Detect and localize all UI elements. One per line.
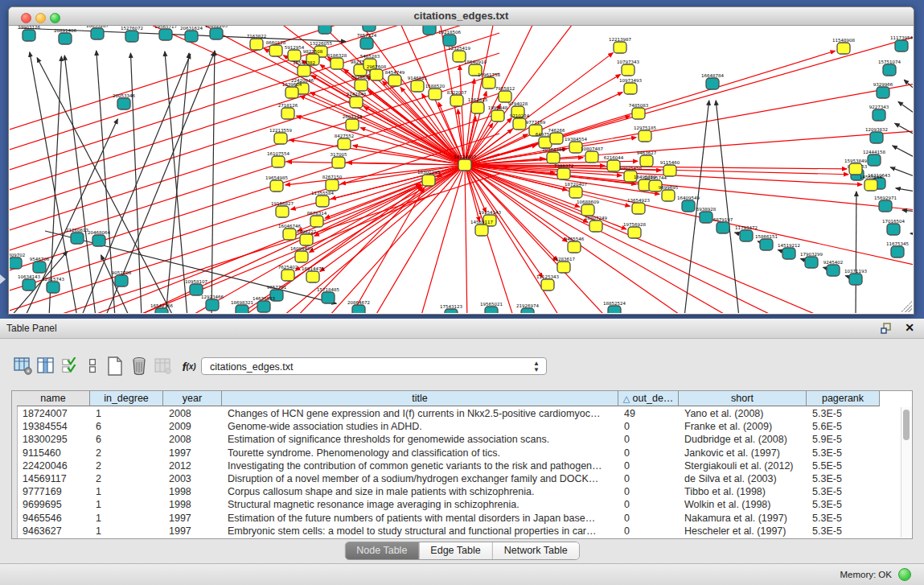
graph-node[interactable]: 10958107 [185,279,207,296]
table-cell[interactable]: Estimation of significance thresholds fo… [222,433,618,446]
tab-node-table[interactable]: Node Table [345,542,419,559]
graph-node[interactable]: 17016504 [882,219,905,236]
table-select-dropdown[interactable]: citations_edges.txt ▲▼ [201,357,547,375]
graph-node[interactable]: 15751074 [878,60,901,76]
memory-status-indicator[interactable] [898,568,911,581]
graph-node[interactable]: 14569117 [470,220,493,237]
graph-node[interactable]: 23903126 [18,26,40,41]
table-cell[interactable]: 9699695 [17,498,90,511]
table-cell[interactable]: 2 [90,447,163,459]
table-cell[interactable]: 5.6E-5 [807,420,880,433]
graph-node[interactable]: 15692971 [874,196,897,212]
table-cell[interactable]: 2009 [163,420,222,433]
graph-node[interactable]: 15276072 [121,26,143,42]
column-header-in_degree[interactable]: in_degree [90,391,163,406]
graph-node[interactable]: 2603144 [343,114,363,131]
show-columns-icon[interactable] [35,356,56,377]
column-header-pagerank[interactable]: pagerank [807,391,880,406]
graph-node[interactable]: 18698321 [231,300,253,314]
table-cell[interactable]: Disruption of a novel member of a sodium… [222,472,618,485]
function-builder-icon[interactable]: f(x) [179,356,199,377]
table-cell[interactable]: Yano et al. (2008) [679,407,807,420]
graph-node[interactable]: 19756928 [623,222,646,239]
table-cell[interactable]: Tibbo et al. (1998) [679,485,807,498]
table-cell[interactable]: 0 [618,498,679,511]
table-cell[interactable]: 49 [618,407,679,420]
table-cell[interactable]: 5.3E-5 [807,498,880,511]
table-cell[interactable]: 5.3E-5 [807,407,880,420]
table-cell[interactable]: 0 [618,433,679,446]
graph-node[interactable]: 8186328 [327,53,347,70]
table-cell[interactable]: 9115460 [17,447,90,459]
column-header-title[interactable]: title [222,391,618,406]
graph-node[interactable]: 9329966 [873,82,893,99]
network-window-titlebar[interactable]: citations_edges.txt [9,7,914,26]
table-cell[interactable]: Dudbridge et al. (2008) [679,433,807,446]
graph-node[interactable]: 20053346 [113,93,135,110]
graph-node[interactable]: 8427552 [335,134,355,150]
table-cell[interactable]: Jankovic et al. (1997) [679,447,807,459]
scrollbar-thumb[interactable] [903,410,910,440]
table-cell[interactable]: 0 [618,525,679,538]
float-panel-icon[interactable] [881,323,892,334]
graph-node[interactable]: 11548908 [832,38,855,55]
graph-node[interactable]: 16107554 [267,151,290,168]
tab-network-table[interactable]: Network Table [493,542,579,559]
table-cell[interactable]: Corpus callosum shape and size in male p… [222,485,618,498]
table-cell[interactable]: 9463627 [17,525,90,538]
table-cell[interactable]: 14569117 [17,472,90,485]
graph-node[interactable]: 18562674 [358,26,380,31]
table-cell[interactable]: 1997 [163,512,222,525]
table-cell[interactable]: 0 [618,459,679,472]
graph-node[interactable]: 19218506 [438,30,461,47]
table-cell[interactable]: Wolkin et al. (1998) [679,498,807,511]
row-options-icon[interactable] [82,356,103,377]
graph-node[interactable]: 10634143 [18,274,40,291]
graph-node[interactable]: 8498222 [297,229,317,246]
table-cell[interactable]: 2 [90,459,163,472]
graph-node[interactable]: 15718485 [317,287,339,304]
table-cell[interactable]: 5.3E-5 [807,447,880,459]
table-cell[interactable]: 2008 [163,407,222,420]
table-row[interactable]: 1830029562008Estimation of significance … [17,433,901,446]
table-cell[interactable]: de Silva et al. (2003) [679,472,807,485]
table-row[interactable]: 977716911998Corpus callosum shape and si… [17,485,901,498]
table-cell[interactable]: Franke et al. (2009) [679,420,807,433]
graph-node[interactable]: 317005 [331,152,347,169]
tab-edge-table[interactable]: Edge Table [419,542,492,559]
graph-node[interactable]: 16648784 [701,73,724,90]
table-cell[interactable]: 1998 [163,498,222,511]
new-table-icon[interactable] [105,356,125,377]
table-cell[interactable]: 1998 [163,485,222,498]
graph-node[interactable]: 8660128 [266,40,286,57]
graph-node[interactable]: 16914479 [302,266,324,283]
table-cell[interactable]: 0 [618,485,679,498]
graph-node[interactable]: 2718126 [278,103,298,120]
vertical-scrollbar[interactable] [901,407,911,538]
table-row[interactable]: 2242004622012Investigating the contribut… [17,459,901,472]
graph-node[interactable]: 16099489 [290,246,313,263]
table-cell[interactable]: Hescheler et al. (1997) [679,525,807,538]
table-cell[interactable]: 5.3E-5 [807,512,880,525]
graph-node[interactable]: 8322037 [447,90,467,107]
table-row[interactable]: 911546021997Tourette syndrome. Phenomeno… [17,447,901,459]
table-cell[interactable]: 5.3E-5 [807,525,880,538]
table-cell[interactable]: 1 [90,525,163,538]
table-cell[interactable]: 2012 [163,459,222,472]
table-cell[interactable]: 1 [90,407,163,420]
select-columns-icon[interactable] [60,356,80,377]
table-cell[interactable]: 1 [90,498,163,511]
graph-node[interactable]: 18852524 [603,301,626,314]
table-cell[interactable]: 1997 [163,447,222,459]
graph-node[interactable]: 20364486 [542,147,565,164]
graph-node[interactable]: 17543123 [440,304,462,314]
table-settings-icon[interactable] [13,356,34,377]
table-cell[interactable]: 5.9E-5 [807,433,880,446]
graph-node[interactable]: 5912954 [285,45,305,62]
graph-node[interactable]: 10688609 [577,200,599,216]
table-cell[interactable]: 22420046 [17,459,90,472]
table-cell[interactable]: Structural magnetic resonance image aver… [222,498,618,511]
graph-node[interactable]: 9465546 [565,237,585,253]
table-cell[interactable]: Genome-wide association studies in ADHD. [222,420,618,433]
graph-node[interactable]: 9227343 [869,105,889,122]
